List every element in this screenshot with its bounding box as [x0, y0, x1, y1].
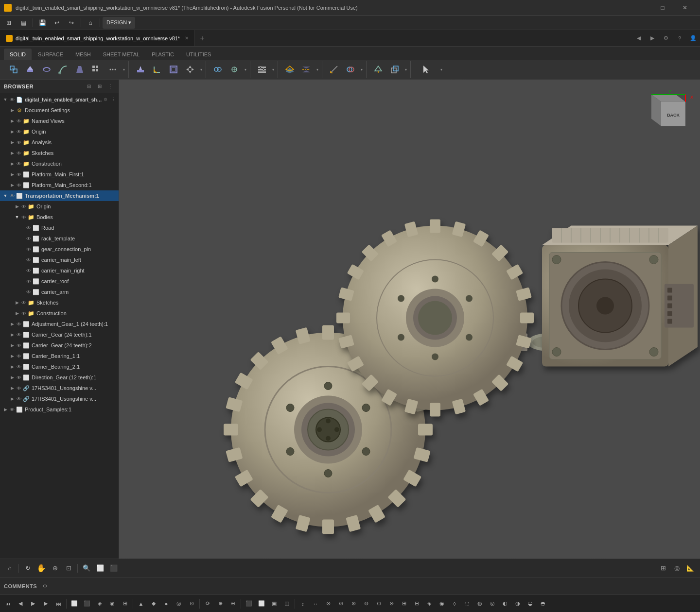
status-tool-13[interactable]: ⊖ [227, 597, 239, 611]
tm-expand[interactable]: ▼ [2, 192, 9, 199]
app-menu-icon[interactable]: ⊞ [2, 17, 16, 29]
root-settings-icon[interactable]: ⚙ [102, 96, 109, 103]
status-icon-18[interactable]: ◑ [512, 597, 524, 611]
configure-tool[interactable] [254, 62, 270, 77]
analysis-eye[interactable]: 👁 [16, 139, 22, 146]
carrier-arm-eye[interactable]: 👁 [25, 289, 32, 295]
tree-carrier-bearing-2[interactable]: ▶ 👁 ⬜ Carrier_Bearing_2:1 [0, 361, 119, 372]
tab-utilities[interactable]: UTILITIES [180, 49, 217, 60]
pms-eye[interactable]: 👁 [16, 182, 22, 188]
status-display-1[interactable]: ⬛ [243, 597, 255, 611]
dg-expand[interactable]: ▶ [9, 374, 16, 381]
interference-tool[interactable] [343, 62, 358, 77]
tree-body-carrier-right[interactable]: 👁 ⬜ carrier_main_right [0, 265, 119, 276]
measure-tool[interactable] [326, 62, 342, 77]
status-skip-forward[interactable]: ⏭ [52, 597, 64, 611]
tm-origin-expand[interactable]: ▶ [14, 203, 20, 210]
status-icon-13[interactable]: ◊ [449, 597, 460, 611]
status-tool-1[interactable]: ⬜ [69, 597, 80, 611]
pms-expand[interactable]: ▶ [9, 182, 16, 188]
status-icon-3[interactable]: ⊗ [322, 597, 334, 611]
construction-eye[interactable]: 👁 [16, 160, 22, 167]
insert-decal-tool[interactable] [387, 62, 402, 77]
status-prev[interactable]: ◀ [15, 597, 26, 611]
status-tool-8[interactable]: ● [160, 597, 172, 611]
tree-root[interactable]: ▼ 👁 📄 digital_twin_enabled_smart_shi... … [0, 94, 119, 105]
construction-expand[interactable]: ▶ [9, 160, 16, 167]
select-tool[interactable] [415, 62, 438, 77]
tm-construction-expand[interactable]: ▶ [14, 310, 20, 317]
status-icon-20[interactable]: ◓ [537, 597, 549, 611]
cb2-expand[interactable]: ▶ [9, 363, 16, 370]
loft-tool[interactable] [72, 62, 88, 77]
dg-eye[interactable]: 👁 [16, 374, 22, 381]
tree-origin[interactable]: ▶ 👁 📁 Origin [0, 126, 119, 137]
cg1-eye[interactable]: 👁 [16, 331, 22, 338]
tree-carrier-bearing-1[interactable]: ▶ 👁 ⬜ Carrier_Bearing_1:1 [0, 351, 119, 361]
tab-surface[interactable]: SURFACE [32, 49, 69, 60]
sketches-expand[interactable]: ▶ [9, 150, 16, 156]
tree-stepper-2[interactable]: ▶ 👁 🔗 17HS3401_Usongshine v... [0, 393, 119, 404]
tree-tm-construction[interactable]: ▶ 👁 📁 Construction [0, 308, 119, 319]
status-icon-2[interactable]: ↔ [310, 597, 321, 611]
status-tool-5[interactable]: ⊞ [119, 597, 131, 611]
design-workspace-button[interactable]: DESIGN ▾ [103, 17, 135, 29]
named-views-eye[interactable]: 👁 [16, 118, 22, 124]
status-icon-15[interactable]: ◍ [474, 597, 486, 611]
save-button[interactable]: 💾 [35, 17, 49, 29]
status-display-3[interactable]: ▣ [268, 597, 280, 611]
tab-close-button[interactable]: ✕ [185, 35, 189, 41]
pan-button[interactable]: ✋ [35, 562, 47, 574]
status-icon-12[interactable]: ◉ [436, 597, 448, 611]
s1-eye[interactable]: 👁 [16, 385, 22, 391]
root-eye-icon[interactable]: 👁 [9, 96, 16, 103]
carrier-right-eye[interactable]: 👁 [25, 267, 32, 274]
tree-construction[interactable]: ▶ 👁 📁 Construction [0, 158, 119, 169]
pmf-eye[interactable]: 👁 [16, 171, 22, 178]
tree-tm-origin[interactable]: ▶ 👁 📁 Origin [0, 201, 119, 212]
insert-mesh-tool[interactable] [370, 62, 386, 77]
browser-options[interactable]: ⋮ [106, 82, 115, 91]
s2-expand[interactable]: ▶ [9, 395, 16, 402]
adj-gear-expand[interactable]: ▶ [9, 321, 16, 327]
push-pull-tool[interactable] [133, 62, 148, 77]
open-menu-icon[interactable]: ▤ [17, 17, 30, 29]
s1-expand[interactable]: ▶ [9, 385, 16, 391]
tree-body-rack[interactable]: 👁 ⬜ rack_template [0, 233, 119, 244]
undo-button[interactable]: ↩ [50, 17, 64, 29]
revolve-tool[interactable] [39, 62, 54, 77]
tree-carrier-gear-2[interactable]: ▶ 👁 ⬜ Carrier_Gear (24 teeth):2 [0, 340, 119, 351]
tab-nav-back[interactable]: ◀ [632, 32, 646, 45]
cb1-expand[interactable]: ▶ [9, 353, 16, 359]
account-icon[interactable]: 👤 [686, 32, 700, 45]
tree-doc-settings[interactable]: ▶ ⚙ Document Settings [0, 105, 119, 116]
status-icon-17[interactable]: ◐ [499, 597, 511, 611]
tree-analysis[interactable]: ▶ 👁 📁 Analysis [0, 137, 119, 148]
fit-window-button[interactable]: ⊡ [63, 562, 74, 574]
status-icon-7[interactable]: ⊜ [373, 597, 385, 611]
more-create-tool[interactable] [105, 62, 121, 77]
snap-button[interactable]: ◎ [671, 562, 682, 574]
browser-expand-all[interactable]: ⊞ [95, 82, 104, 91]
cg2-expand[interactable]: ▶ [9, 342, 16, 349]
pattern-tool[interactable] [88, 62, 104, 77]
tree-body-carrier-arm[interactable]: 👁 ⬜ carrier_arm [0, 287, 119, 297]
tm-bodies-eye[interactable]: 👁 [20, 214, 27, 221]
cb1-eye[interactable]: 👁 [16, 353, 22, 359]
doc-settings-expand[interactable]: ▶ [9, 107, 16, 114]
tree-platform-main-first[interactable]: ▶ 👁 ⬜ Platform_Main_First:1 [0, 169, 119, 180]
fillet-tool[interactable] [149, 62, 165, 77]
status-icon-5[interactable]: ⊛ [348, 597, 359, 611]
active-tab[interactable]: digital_twin_enabled_smart_shipping_work… [0, 30, 195, 46]
tab-settings-button[interactable]: ⚙ [659, 32, 673, 45]
midplane-tool[interactable] [298, 62, 314, 77]
tab-solid[interactable]: SOLID [4, 49, 32, 60]
status-skip-back[interactable]: ⏮ [2, 597, 14, 611]
status-icon-4[interactable]: ⊘ [335, 597, 347, 611]
rack-eye[interactable]: 👁 [25, 235, 32, 242]
status-icon-19[interactable]: ◒ [525, 597, 536, 611]
tm-sketches-expand[interactable]: ▶ [14, 299, 20, 306]
status-tool-2[interactable]: ⬛ [81, 597, 93, 611]
tree-stepper-1[interactable]: ▶ 👁 🔗 17HS3401_Usongshine v... [0, 383, 119, 393]
joint-tool[interactable] [210, 62, 226, 77]
